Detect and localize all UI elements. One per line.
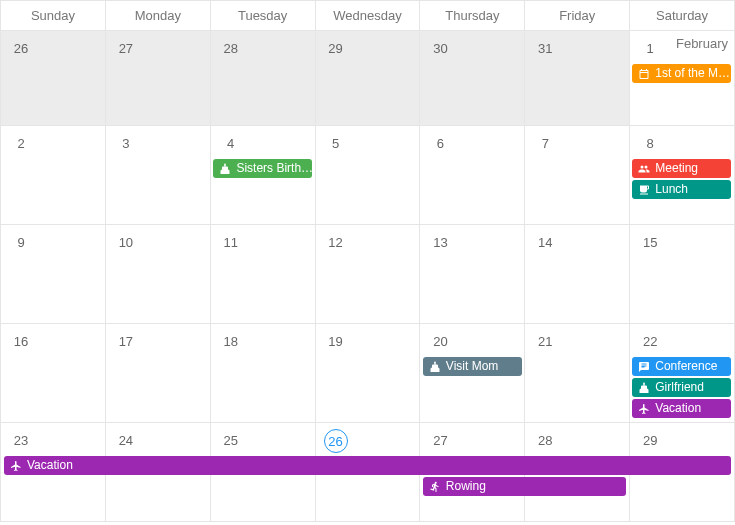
day-number: 29 [638,429,662,453]
chat-icon [638,361,650,373]
dow-wednesday: Wednesday [315,0,420,30]
day-cell[interactable]: 6 [419,125,524,224]
day-cell[interactable]: 27 [105,30,210,125]
plane-icon [10,460,22,472]
event-label: Rowing [446,477,486,496]
day-cell[interactable]: 14 [524,224,629,323]
day-cell[interactable]: 2 [1,125,105,224]
dow-tuesday: Tuesday [210,0,315,30]
week-row: 2345678Sisters Birth…MeetingLunch [1,125,734,224]
day-cell[interactable]: 29 [315,30,420,125]
day-cell[interactable]: 31 [524,30,629,125]
day-number: 1 [638,37,662,61]
day-number: 10 [114,231,138,255]
weeks-grid: 26272829303111st of the M…2345678Sisters… [1,30,734,521]
day-number: 6 [428,132,452,156]
day-number: 28 [219,37,243,61]
calendar-icon [638,68,650,80]
day-number: 26 [324,429,348,453]
day-number: 22 [638,330,662,354]
day-number: 29 [324,37,348,61]
day-number: 24 [114,429,138,453]
day-number: 13 [428,231,452,255]
event-meeting[interactable]: Meeting [632,159,731,178]
cake-icon [638,382,650,394]
day-cell[interactable]: 11 [210,224,315,323]
event-vacation-1[interactable]: Vacation [632,399,731,418]
day-cell[interactable]: 12 [315,224,420,323]
day-number: 12 [324,231,348,255]
dow-friday: Friday [524,0,629,30]
event-label: Conference [655,357,717,376]
day-number: 5 [324,132,348,156]
event-visit-mom[interactable]: Visit Mom [423,357,522,376]
day-cell[interactable]: 16 [1,323,105,422]
week-row: 26272829303111st of the M… [1,30,734,125]
day-number: 8 [638,132,662,156]
event-vacation-2[interactable]: Vacation [4,456,731,475]
day-number: 25 [219,429,243,453]
day-number: 7 [533,132,557,156]
day-number: 17 [114,330,138,354]
day-cell[interactable]: 3 [105,125,210,224]
day-number: 9 [9,231,33,255]
event-girlfriend[interactable]: Girlfriend [632,378,731,397]
event-label: Meeting [655,159,698,178]
event-sisters-birthday[interactable]: Sisters Birth… [213,159,312,178]
day-number: 2 [9,132,33,156]
people-icon [638,163,650,175]
day-number: 18 [219,330,243,354]
cup-icon [638,184,650,196]
event-label: Vacation [655,399,701,418]
day-number: 27 [428,429,452,453]
day-number: 4 [219,132,243,156]
day-number: 14 [533,231,557,255]
event-first-of-month[interactable]: 1st of the M… [632,64,731,83]
day-number: 19 [324,330,348,354]
day-cell[interactable]: 15 [629,224,734,323]
day-cell[interactable]: 18 [210,323,315,422]
event-label: Girlfriend [655,378,704,397]
dow-saturday: Saturday [629,0,734,30]
event-label: Vacation [27,456,73,475]
day-number: 15 [638,231,662,255]
day-number: 16 [9,330,33,354]
day-number: 23 [9,429,33,453]
day-cell[interactable]: 10 [105,224,210,323]
dow-thursday: Thursday [419,0,524,30]
day-cell[interactable]: 17 [105,323,210,422]
event-label: Sisters Birth… [236,159,312,178]
day-cell[interactable]: 9 [1,224,105,323]
day-cell[interactable]: 21 [524,323,629,422]
day-number: 11 [219,231,243,255]
day-cell[interactable]: 7 [524,125,629,224]
day-of-week-header: SundayMondayTuesdayWednesdayThursdayFrid… [1,0,734,30]
calendar: SundayMondayTuesdayWednesdayThursdayFrid… [0,0,735,522]
plane-icon [638,403,650,415]
event-label: Lunch [655,180,688,199]
week-row: 9101112131415 [1,224,734,323]
week-row: 16171819202122Visit MomConferenceGirlfri… [1,323,734,422]
run-icon [429,481,441,493]
day-number: 21 [533,330,557,354]
day-number: 28 [533,429,557,453]
dow-sunday: Sunday [1,0,105,30]
day-number: 26 [9,37,33,61]
event-rowing[interactable]: Rowing [423,477,626,496]
day-cell[interactable]: 26 [1,30,105,125]
day-number: 27 [114,37,138,61]
day-cell[interactable]: 13 [419,224,524,323]
dow-monday: Monday [105,0,210,30]
day-cell[interactable]: 5 [315,125,420,224]
cake-icon [429,361,441,373]
day-cell[interactable]: 28 [210,30,315,125]
event-conference[interactable]: Conference [632,357,731,376]
event-lunch[interactable]: Lunch [632,180,731,199]
cake-icon [219,163,231,175]
day-cell[interactable]: 30 [419,30,524,125]
event-label: Visit Mom [446,357,498,376]
day-number: 30 [428,37,452,61]
day-cell[interactable]: 19 [315,323,420,422]
day-number: 20 [428,330,452,354]
day-number: 31 [533,37,557,61]
